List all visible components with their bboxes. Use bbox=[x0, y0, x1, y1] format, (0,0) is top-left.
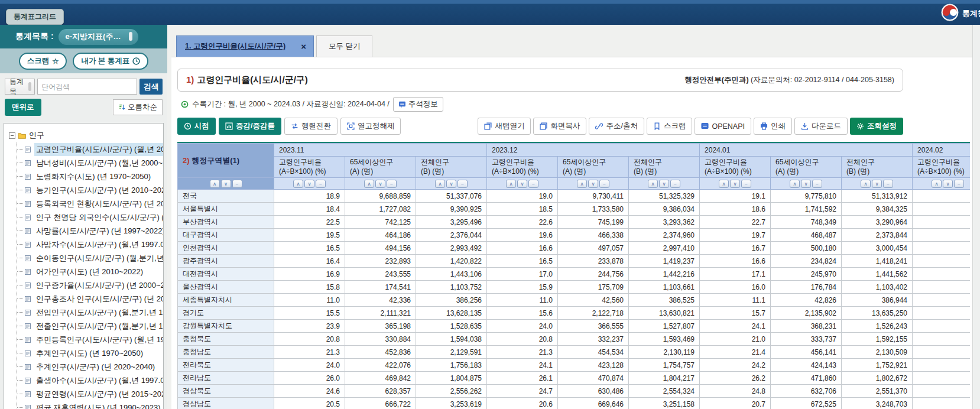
sort-controls-cell: ∧∨− bbox=[416, 178, 487, 190]
value-cell: 20.8 bbox=[274, 333, 345, 346]
sort-collapse-button[interactable]: − bbox=[812, 180, 822, 188]
value-cell: 19.0 bbox=[487, 190, 558, 203]
sort-down-button[interactable]: ∨ bbox=[943, 180, 953, 188]
value-cell: 1,804,875 bbox=[416, 372, 487, 385]
sidebar: 통계목록 : e-지방지표(주… 스크랩 ☆ 내가 본 통계표 통계목 검색 bbox=[0, 25, 167, 409]
sort-up-button[interactable]: ∧ bbox=[577, 180, 587, 188]
scrap-button[interactable]: 스크랩 ☆ bbox=[19, 53, 67, 70]
tree-item[interactable]: 어가인구(시도) (년 2010~2022) bbox=[17, 265, 163, 278]
sort-collapse-button[interactable]: − bbox=[528, 180, 538, 188]
value-cell: 422,076 bbox=[345, 359, 416, 372]
sort-down-button[interactable]: ∨ bbox=[304, 180, 314, 188]
toolbar-button[interactable]: 인쇄 bbox=[754, 118, 792, 135]
sort-controls-cell: ∧∨− bbox=[629, 178, 700, 190]
tree-item[interactable]: 추계인구(시도) (년 1970~2050) bbox=[17, 346, 163, 360]
sort-down-button[interactable]: ∨ bbox=[517, 180, 527, 188]
sort-collapse-button[interactable]: − bbox=[232, 180, 242, 188]
toolbar-button[interactable]: OPENAPI bbox=[695, 118, 751, 135]
tree-item[interactable]: 남녀성비(시도/시/군/구) (월,년 2000~20 bbox=[17, 156, 163, 170]
annotation-info-button[interactable]: 주석정보 bbox=[393, 97, 443, 112]
sort-ascending-button[interactable]: 오름차순 bbox=[113, 99, 163, 115]
toolbar-button[interactable]: 증감/증감률 bbox=[219, 118, 281, 135]
sort-down-button[interactable]: ∨ bbox=[446, 180, 456, 188]
search-button[interactable]: 검색 bbox=[139, 79, 163, 95]
table-row: 경상북도24.6628,3572,556,26224.7630,4862,554… bbox=[178, 385, 971, 398]
sort-collapse-button[interactable]: − bbox=[670, 180, 680, 188]
tree-item[interactable]: 농가인구(시도/시/군/구) (년 2010~2022 bbox=[17, 183, 163, 197]
table-row: 전라북도24.0422,0761,756,18324.1423,1281,754… bbox=[178, 359, 971, 372]
toolbar-button[interactable]: 주소/출처 bbox=[589, 118, 644, 135]
sort-up-button[interactable]: ∧ bbox=[932, 180, 942, 188]
sort-up-button[interactable]: ∧ bbox=[861, 180, 871, 188]
toolbar-button[interactable]: 시점 bbox=[177, 118, 216, 135]
toolbar-button[interactable]: 화면복사 bbox=[533, 118, 586, 135]
tree-root-population[interactable]: 인구 bbox=[9, 128, 163, 142]
tree-item[interactable]: 인구총조사 인구(시도/시/군/구) (년 201 bbox=[17, 292, 163, 306]
sort-collapse-button[interactable]: − bbox=[387, 180, 397, 188]
search-category-select[interactable]: 통계목 bbox=[5, 79, 35, 95]
search-input[interactable] bbox=[37, 79, 137, 95]
sort-up-button[interactable]: ∧ bbox=[293, 180, 303, 188]
close-all-tabs-button[interactable]: 모두 닫기 bbox=[316, 35, 372, 57]
value-cell: 233,878 bbox=[558, 255, 629, 268]
tree-item[interactable]: 노령화지수(시도) (년 1970~2050) bbox=[17, 170, 163, 183]
tab-elderly-ratio[interactable]: 1. 고령인구비율(시도/시/군/구) × bbox=[176, 35, 314, 57]
sort-collapse-button[interactable]: − bbox=[599, 180, 609, 188]
collapse-icon[interactable] bbox=[9, 132, 15, 139]
catalog-select[interactable]: e-지방지표(주… bbox=[59, 29, 139, 45]
sort-collapse-button[interactable]: − bbox=[316, 180, 326, 188]
tree-item[interactable]: 추계인구(시/군/구) (년 2020~2040) bbox=[17, 360, 163, 374]
tree-item[interactable]: 순이동인구(시도/시/군/구) (월,분기,년 1 bbox=[17, 251, 163, 265]
toolbar-button[interactable]: 새탭열기 bbox=[478, 118, 531, 135]
value-cell: 452,836 bbox=[345, 346, 416, 359]
gov-logo: 통계청 bbox=[941, 4, 980, 23]
tree-item[interactable]: 인구 천명당 외국인수(시도/시/군/구) (년 bbox=[17, 210, 163, 224]
sort-up-button[interactable]: ∧ bbox=[435, 180, 445, 188]
tree-item[interactable]: 평균 재혼연령(시도) (년 1990~2023) bbox=[17, 401, 163, 409]
sort-collapse-button[interactable]: − bbox=[741, 180, 751, 188]
toolbar-button[interactable]: 열고정해제 bbox=[340, 118, 401, 135]
sort-up-button[interactable]: ∧ bbox=[790, 180, 800, 188]
sort-collapse-button[interactable]: − bbox=[954, 180, 964, 188]
sort-down-button[interactable]: ∨ bbox=[659, 180, 669, 188]
tree-item[interactable]: 등록외국인 현황(시도/시/군/구) (년 200 bbox=[17, 197, 163, 210]
stat-grid-button[interactable]: 통계표그리드 bbox=[6, 9, 64, 25]
tree-item[interactable]: 주민등록인구(시도/시/군/구) (월,년 199 bbox=[17, 333, 163, 346]
toolbar-button[interactable]: 조회설정 bbox=[850, 118, 903, 135]
toolbar-button[interactable]: 다운로드 bbox=[794, 118, 848, 135]
close-icon[interactable]: × bbox=[301, 42, 306, 51]
viewed-tables-button[interactable]: 내가 본 통계표 bbox=[73, 53, 148, 70]
toolbar-button[interactable]: 스크랩 bbox=[647, 118, 693, 135]
tab-bar: 1. 고령인구비율(시도/시/군/구) × 모두 닫기 bbox=[176, 35, 372, 57]
sort-down-button[interactable]: ∨ bbox=[375, 180, 385, 188]
sort-down-button[interactable]: ∨ bbox=[221, 180, 231, 188]
tree-item[interactable]: 출생아수(시도/시/군/구) (월,년 1997.01 bbox=[17, 374, 163, 387]
sort-down-button[interactable]: ∨ bbox=[801, 180, 811, 188]
sort-up-button[interactable]: ∧ bbox=[648, 180, 658, 188]
sort-up-button[interactable]: ∧ bbox=[506, 180, 516, 188]
sort-up-button[interactable]: ∧ bbox=[364, 180, 374, 188]
tree-item[interactable]: 전입인구(시도/시/군/구) (월,분기,년 197 bbox=[17, 306, 163, 319]
sort-down-button[interactable]: ∨ bbox=[730, 180, 740, 188]
column-subheader: 전체인구(B) (명) bbox=[416, 157, 487, 178]
sort-up-button[interactable]: ∧ bbox=[210, 180, 220, 188]
sort-up-button[interactable]: ∧ bbox=[719, 180, 729, 188]
toolbar-button[interactable]: 행렬전환 bbox=[284, 118, 338, 135]
tree-item[interactable]: 평균연령(시도/시/군/구) (년 2015~2022 bbox=[17, 387, 163, 401]
sort-collapse-button[interactable]: − bbox=[457, 180, 468, 188]
sort-down-button[interactable]: ∨ bbox=[872, 180, 882, 188]
clock-icon bbox=[184, 122, 192, 130]
tree-item[interactable]: 사망률(시도/시/군/구) (년 1997~2022) bbox=[17, 224, 163, 238]
tree-item[interactable]: 사망자수(시도/시/군/구) (월,년 1997.01 bbox=[17, 238, 163, 251]
tree-item[interactable]: 고령인구비율(시도/시/군/구) (월,년 200 bbox=[17, 142, 163, 156]
tree-item[interactable]: 전출인구(시도/시/군/구) (월,분기,년 197 bbox=[17, 319, 163, 333]
vertical-scrollbar[interactable] bbox=[972, 25, 980, 409]
row-dimension-header: 2) 행정구역별(1) bbox=[178, 144, 274, 178]
sort-collapse-button[interactable]: − bbox=[883, 180, 893, 188]
tree-item[interactable]: 인구증가율(시도/시/군/구) (년 2000~20 bbox=[17, 278, 163, 292]
go-top-button[interactable]: 맨위로 bbox=[5, 99, 41, 116]
sort-down-button[interactable]: ∨ bbox=[588, 180, 598, 188]
table-row: 경기도15.52,111,32113,628,13515.62,122,7181… bbox=[178, 307, 971, 320]
value-cell: 332,237 bbox=[558, 333, 629, 346]
region-cell: 경상북도 bbox=[178, 385, 274, 398]
